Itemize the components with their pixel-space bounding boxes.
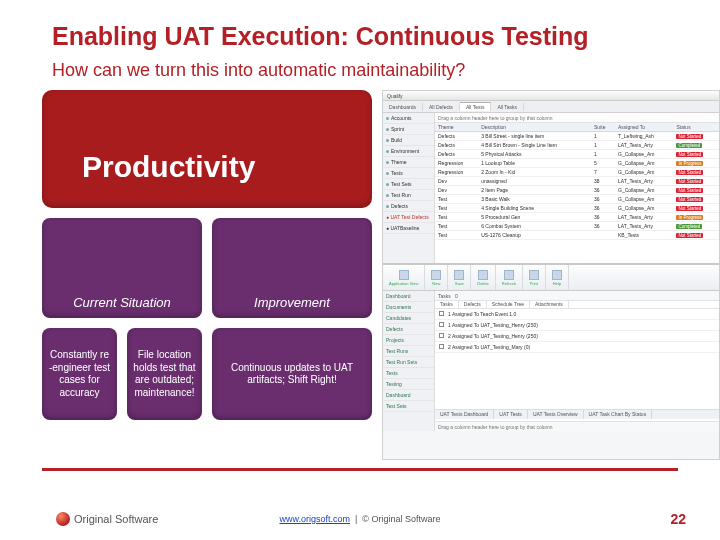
grid-cell: G_Collapse_Am — [615, 168, 673, 177]
sidebar-item[interactable]: Defects — [383, 201, 434, 212]
nav-item[interactable]: Candidates — [383, 313, 434, 324]
text-shift-right: Continuous updates to UAT artifacts; Shi… — [212, 356, 372, 393]
nav-item[interactable]: Dashboard — [383, 291, 434, 302]
slide: Enabling UAT Execution: Continuous Testi… — [0, 0, 720, 540]
ribbon-button[interactable]: Application View — [383, 265, 425, 290]
bottom-tab[interactable]: UAT Tests — [494, 410, 528, 419]
grid-header[interactable]: Theme — [435, 123, 478, 132]
app-tab[interactable]: All Tests — [460, 102, 492, 111]
table-row[interactable]: Regression1 Lookup Table5G_Collapse_AmIn… — [435, 159, 719, 168]
table-row[interactable]: Test4 Single Building Scene36G_Collapse_… — [435, 204, 719, 213]
grid-cell: 2 Item Page — [478, 186, 591, 195]
grid-cell: Completed — [673, 141, 719, 150]
sidebar-item[interactable]: Tests — [383, 168, 434, 179]
grid-header[interactable]: Description — [478, 123, 591, 132]
nav-item[interactable]: Projects — [383, 335, 434, 346]
panel-tabs: TasksDefectsSchedule TreeAttachments — [435, 301, 719, 309]
list-item[interactable]: 2 Assigned To UAT_Testing_Henry (250) — [435, 331, 719, 342]
grid-cell: Defects — [435, 150, 478, 159]
table-row[interactable]: Defects5 Physical Attacks1G_Collapse_AmN… — [435, 150, 719, 159]
grid-header[interactable]: Status — [673, 123, 719, 132]
grid-cell: LAT_Tests_Arty — [615, 177, 673, 186]
page-number: 22 — [670, 511, 686, 527]
sidebar-item[interactable]: Test Run — [383, 190, 434, 201]
nav-item[interactable]: Test Sets — [383, 401, 434, 412]
grid-cell: Not Started — [673, 186, 719, 195]
table-row[interactable]: Devunassigned38LAT_Tests_ArtyNot Started — [435, 177, 719, 186]
ribbon-button[interactable]: Print — [523, 265, 546, 290]
box-outdated: File location holds test that are outdat… — [127, 328, 202, 420]
list-item[interactable]: 2 Assigned To UAT_Testing_Mary (0) — [435, 342, 719, 353]
nav-item[interactable]: Defects — [383, 324, 434, 335]
nav-item[interactable]: Documents — [383, 302, 434, 313]
app-main: Drag a column header here to group by th… — [435, 113, 719, 263]
panel-tab[interactable]: Tasks — [435, 301, 459, 308]
grid-cell: 36 — [591, 213, 615, 222]
grid-header[interactable]: Assigned To — [615, 123, 673, 132]
app-tab[interactable]: Dashboards — [383, 103, 423, 111]
row-details: Constantly re -engineer test cases for a… — [42, 328, 372, 420]
ribbon-button[interactable]: Refresh — [496, 265, 523, 290]
app-tab[interactable]: All Defects — [423, 103, 460, 111]
table-row[interactable]: Defects3 Bill Street - single line item1… — [435, 132, 719, 141]
grid-cell: Not Started — [673, 204, 719, 213]
ribbon-button[interactable]: Delete — [471, 265, 496, 290]
sidebar-item[interactable]: Test Sets — [383, 179, 434, 190]
grid-cell: unassigned — [478, 177, 591, 186]
list-item[interactable]: 1 Assigned To Teach Event 1.0 — [435, 309, 719, 320]
grid-cell: US-1276 Cleanup — [478, 231, 591, 240]
sidebar-item[interactable]: ● UATBaseline — [383, 223, 434, 234]
panel-tab[interactable]: Attachments — [530, 301, 569, 308]
nav-item[interactable]: Dashboard — [383, 390, 434, 401]
accent-line — [42, 468, 678, 471]
footer-sep: | — [353, 514, 363, 524]
table-row[interactable]: TestUS-1276 CleanupKB_TestsNot Started — [435, 231, 719, 240]
nav-item[interactable]: Tests — [383, 368, 434, 379]
table-row[interactable]: Test6 Combat System36LAT_Tests_ArtyCompl… — [435, 222, 719, 231]
panel-rows: 1 Assigned To Teach Event 1.01 Assigned … — [435, 309, 719, 353]
panel-tab[interactable]: Schedule Tree — [487, 301, 530, 308]
app-ribbon: Application ViewNewSaveDeleteRefreshPrin… — [383, 265, 719, 291]
productivity-box — [42, 90, 372, 208]
panel-tab[interactable]: Defects — [459, 301, 487, 308]
table-row[interactable]: Dev2 Item Page36G_Collapse_AmNot Started — [435, 186, 719, 195]
ribbon-button[interactable]: New — [425, 265, 448, 290]
grid-cell: Not Started — [673, 150, 719, 159]
label-improvement: Improvement — [212, 295, 372, 310]
footer-link[interactable]: www.origsoft.com — [279, 514, 350, 524]
list-item[interactable]: 1 Assigned To UAT_Testing_Henry (250) — [435, 320, 719, 331]
table-row[interactable]: Defects4 Bill Strt Brown - Single Line I… — [435, 141, 719, 150]
grid-cell: Dev — [435, 186, 478, 195]
footer-copy: © Original Software — [362, 514, 440, 524]
sidebar-item[interactable]: Accounts — [383, 113, 434, 124]
table-row[interactable]: Test3 Basic Walk36G_Collapse_AmNot Start… — [435, 195, 719, 204]
app-panel: Tasks 0 TasksDefectsSchedule TreeAttachm… — [435, 291, 719, 431]
box-shift-right: Continuous updates to UAT artifacts; Shi… — [212, 328, 372, 420]
ribbon-button[interactable]: Save — [448, 265, 471, 290]
grid-cell: G_Collapse_Am — [615, 186, 673, 195]
table-row[interactable]: Regression2 Zoom In - Kid7G_Collapse_AmN… — [435, 168, 719, 177]
bottom-tab[interactable]: UAT Task Chart By Status — [584, 410, 653, 419]
nav-item[interactable]: Test Run Sets — [383, 357, 434, 368]
grid-cell: 36 — [591, 204, 615, 213]
bottom-tab[interactable]: UAT Tests Overview — [528, 410, 584, 419]
sidebar-item[interactable]: Environment — [383, 146, 434, 157]
app-tab[interactable]: All Tasks — [491, 103, 524, 111]
sidebar-item[interactable]: Build — [383, 135, 434, 146]
nav-item[interactable]: Test Runs — [383, 346, 434, 357]
grid-cell: 5 Procedural Gen — [478, 213, 591, 222]
sidebar-item[interactable]: ● UAT Test Defects — [383, 212, 434, 223]
grid-cell: LAT_Tests_Arty — [615, 141, 673, 150]
sidebar-item[interactable]: Theme — [383, 157, 434, 168]
ribbon-button[interactable]: Help — [546, 265, 569, 290]
grid-cell: Defects — [435, 132, 478, 141]
bottom-tab[interactable]: UAT Tests Dashboard — [435, 410, 494, 419]
grid-cell: 36 — [591, 222, 615, 231]
grid-cell: 36 — [591, 195, 615, 204]
grid-filterbar: Drag a column header here to group by th… — [435, 113, 719, 123]
grid-header[interactable]: Suite — [591, 123, 615, 132]
table-row[interactable]: Test5 Procedural Gen36LAT_Tests_ArtyIn P… — [435, 213, 719, 222]
grid-cell: 3 Bill Street - single line item — [478, 132, 591, 141]
sidebar-item[interactable]: Sprint — [383, 124, 434, 135]
nav-item[interactable]: Testing — [383, 379, 434, 390]
